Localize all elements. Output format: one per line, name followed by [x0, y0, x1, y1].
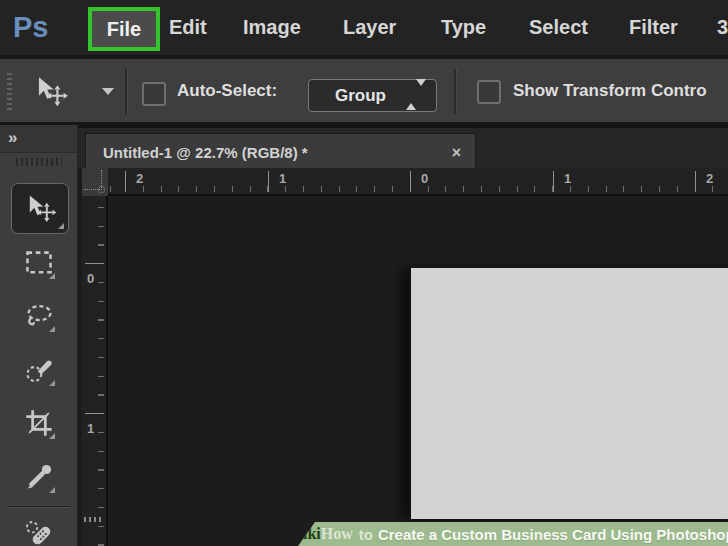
tool-crop[interactable] — [19, 403, 59, 443]
tool-quick-selection[interactable] — [19, 350, 59, 390]
document-tab[interactable]: Untitled-1 @ 22.7% (RGB/8) * × — [85, 133, 476, 171]
ruler-major-tick — [553, 171, 554, 192]
ruler-major-tick — [410, 171, 411, 192]
options-separator — [454, 69, 457, 114]
ruler-label: 1 — [564, 171, 571, 186]
tool-preset-caret-icon[interactable] — [102, 88, 114, 95]
ruler-major-tick — [125, 171, 126, 192]
annotation-highlight-box: File — [88, 7, 160, 51]
document-canvas[interactable] — [408, 268, 728, 519]
tools-separator — [8, 506, 70, 508]
tool-move[interactable] — [11, 183, 69, 234]
dropdown-value: Group — [335, 86, 386, 106]
menu-item-filter[interactable]: Filter — [629, 0, 678, 55]
options-separator — [125, 69, 128, 114]
menu-item-layer[interactable]: Layer — [343, 0, 396, 55]
menu-item-3d[interactable]: 3 — [717, 0, 728, 55]
tools-panel: » — [0, 125, 78, 546]
watermark-connector: to — [359, 526, 373, 543]
menu-item-image[interactable]: Image — [243, 0, 301, 55]
tools-panel-grip[interactable] — [16, 158, 62, 166]
menu-item-edit[interactable]: Edit — [169, 0, 207, 55]
document-tab-title: Untitled-1 @ 22.7% (RGB/8) * — [103, 144, 308, 161]
tab-close-icon[interactable]: × — [452, 146, 461, 160]
watermark-title: Create a Custom Business Card Using Phot… — [378, 526, 728, 543]
tool-flyout-triangle-icon — [49, 380, 55, 386]
tool-lasso[interactable] — [19, 296, 59, 336]
options-bar-grip[interactable] — [7, 73, 12, 113]
auto-select-target-dropdown[interactable]: Group — [308, 79, 437, 112]
menu-item-select[interactable]: Select — [529, 0, 588, 55]
options-bar: Auto-Select: Group Show Transform Contro — [0, 57, 728, 125]
tool-flyout-triangle-icon — [49, 433, 55, 439]
document-tab-bar: Untitled-1 @ 22.7% (RGB/8) * × — [78, 125, 728, 168]
tool-rectangular-marquee[interactable] — [19, 243, 59, 283]
wikihow-logo-how: How — [321, 525, 353, 543]
ruler-label: 0 — [87, 271, 94, 286]
ruler-label: 1 — [279, 171, 286, 186]
menu-item-file[interactable]: File — [107, 18, 141, 41]
canvas-workspace — [108, 196, 728, 546]
ruler-label: 0 — [421, 171, 428, 186]
tool-eyedropper[interactable] — [19, 457, 59, 497]
tool-spot-healing-brush[interactable] — [19, 513, 59, 546]
horizontal-ruler[interactable]: 2 1 0 1 2 — [108, 168, 728, 196]
ruler-major-tick — [85, 413, 104, 414]
ruler-label: 2 — [136, 171, 143, 186]
move-tool-icon — [23, 192, 57, 226]
ruler-origin-corner[interactable] — [82, 168, 108, 196]
ruler-minor-ticks — [108, 186, 728, 192]
ruler-origin-dot — [98, 186, 105, 193]
tool-flyout-triangle-icon — [58, 223, 64, 229]
dropdown-spinner-icon — [406, 86, 426, 104]
tool-flyout-triangle-icon — [49, 487, 55, 493]
auto-select-checkbox[interactable] — [142, 82, 166, 106]
auto-select-label: Auto-Select: — [177, 59, 277, 122]
photoshop-logo: Ps — [13, 0, 48, 55]
menu-bar: Ps File Edit Image Layer Type Select Fil… — [0, 0, 728, 57]
ruler-minor-ticks — [98, 196, 104, 546]
tools-panel-collapse-button[interactable]: » — [0, 125, 77, 153]
tool-flyout-triangle-icon — [49, 326, 55, 332]
photoshop-window: Ps File Edit Image Layer Type Select Fil… — [0, 0, 728, 546]
ruler-major-tick — [268, 171, 269, 192]
ruler-major-tick — [85, 263, 104, 264]
tool-flyout-triangle-icon — [49, 273, 55, 279]
menu-item-type[interactable]: Type — [441, 0, 486, 55]
wikihow-watermark: wikiHow to Create a Custom Business Card… — [298, 522, 728, 546]
move-tool-preset-icon[interactable] — [28, 76, 72, 108]
ruler-dotted-marker — [84, 517, 104, 522]
spot-healing-brush-icon — [24, 518, 54, 546]
show-transform-controls-checkbox[interactable] — [477, 80, 501, 104]
ruler-label: 1 — [87, 421, 94, 436]
vertical-ruler[interactable]: 0 1 — [82, 196, 108, 546]
ruler-major-tick — [695, 171, 696, 192]
ruler-label: 2 — [706, 171, 713, 186]
show-transform-controls-label: Show Transform Contro — [513, 59, 707, 122]
double-chevron-icon: » — [8, 128, 16, 147]
